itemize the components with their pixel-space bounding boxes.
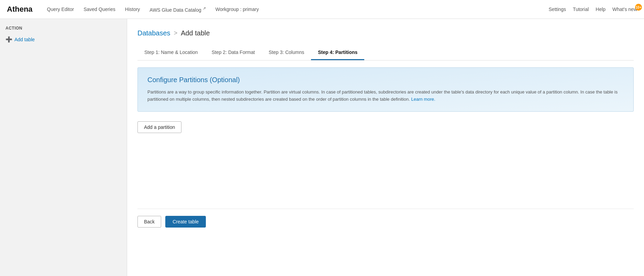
nav-right: Settings Tutorial Help What's new 10+ <box>549 7 637 12</box>
nav-whats-new[interactable]: What's new <box>612 7 637 12</box>
create-table-button[interactable]: Create table <box>165 216 206 228</box>
nav-saved-queries[interactable]: Saved Queries <box>79 4 120 15</box>
nav-links: Query Editor Saved Queries History AWS G… <box>43 3 549 15</box>
main-layout: ACTION ➕ Add table Databases > Add table… <box>0 19 644 276</box>
sidebar-add-table-label: Add table <box>14 37 35 42</box>
info-box-title: Configure Partitions (Optional) <box>147 76 624 84</box>
breadcrumb-separator: > <box>174 30 178 37</box>
nav-workgroup[interactable]: Workgroup : primary <box>211 4 263 15</box>
back-button[interactable]: Back <box>137 216 161 228</box>
breadcrumb-current: Add table <box>181 29 210 37</box>
wizard-steps: Step 1: Name & Location Step 2: Data For… <box>137 45 634 60</box>
nav-tutorial[interactable]: Tutorial <box>573 7 589 12</box>
sidebar-add-table[interactable]: ➕ Add table <box>5 35 121 44</box>
sidebar: ACTION ➕ Add table <box>0 19 127 276</box>
learn-more-link[interactable]: Learn more. <box>411 97 435 102</box>
app-brand: Athena <box>7 5 33 14</box>
step-1[interactable]: Step 1: Name & Location <box>137 45 205 60</box>
nav-settings[interactable]: Settings <box>549 7 566 12</box>
nav-query-editor[interactable]: Query Editor <box>43 4 78 15</box>
nav-whats-new-wrap: What's new 10+ <box>612 7 637 12</box>
nav-history[interactable]: History <box>121 4 144 15</box>
external-link-icon: ↗ <box>203 6 206 10</box>
info-box: Configure Partitions (Optional) Partitio… <box>137 67 634 112</box>
plus-icon: ➕ <box>5 36 12 43</box>
whats-new-badge: 10+ <box>635 4 642 11</box>
breadcrumb-databases-link[interactable]: Databases <box>137 29 170 37</box>
breadcrumb: Databases > Add table <box>137 29 634 37</box>
nav-glue-catalog[interactable]: AWS Glue Data Catalog ↗ <box>145 3 210 15</box>
step-2[interactable]: Step 2: Data Format <box>205 45 262 60</box>
top-navigation: Athena Query Editor Saved Queries Histor… <box>0 0 644 19</box>
step-3[interactable]: Step 3: Columns <box>262 45 311 60</box>
main-content: Databases > Add table Step 1: Name & Loc… <box>127 19 644 276</box>
add-partition-button[interactable]: Add a partition <box>137 121 181 133</box>
nav-help[interactable]: Help <box>596 7 606 12</box>
bottom-actions: Back Create table <box>137 209 634 228</box>
step-4[interactable]: Step 4: Partitions <box>311 45 364 60</box>
info-box-text: Partitions are a way to group specific i… <box>147 89 624 103</box>
sidebar-section-title: ACTION <box>5 26 121 31</box>
